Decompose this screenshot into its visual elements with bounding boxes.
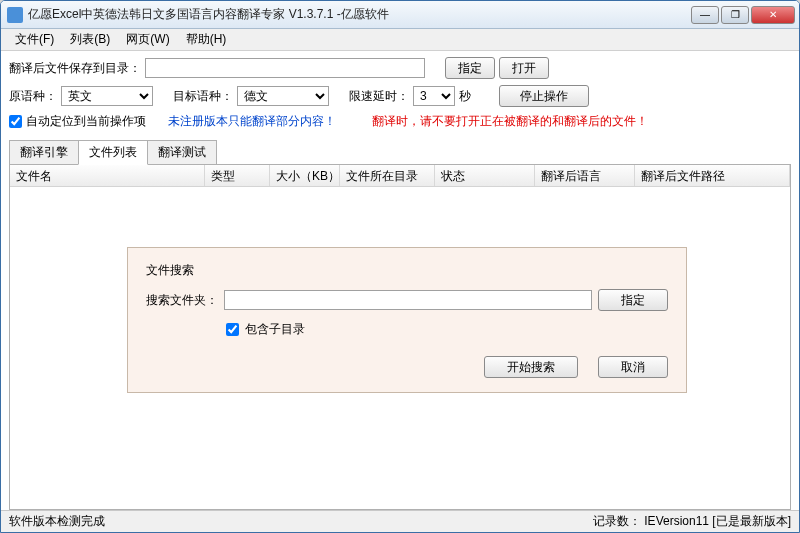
app-window: 亿愿Excel中英德法韩日文多国语言内容翻译专家 V1.3.7.1 -亿愿软件 …: [0, 0, 800, 533]
open-dir-button[interactable]: 打开: [499, 57, 549, 79]
col-type[interactable]: 类型: [205, 165, 270, 186]
warning-notice: 翻译时，请不要打开正在被翻译的和翻译后的文件！: [372, 113, 648, 130]
save-dir-label: 翻译后文件保存到目录：: [9, 60, 141, 77]
menu-web[interactable]: 网页(W): [118, 29, 177, 50]
language-row: 原语种： 英文 目标语种： 德文 限速延时： 3 秒 停止操作: [9, 85, 791, 107]
dialog-title: 文件搜索: [146, 262, 668, 279]
col-name[interactable]: 文件名: [10, 165, 205, 186]
file-search-dialog: 文件搜索 搜索文件夹： 指定 包含子目录 开始搜索 取消: [127, 247, 687, 393]
unregistered-notice: 未注册版本只能翻译部分内容！: [168, 113, 336, 130]
col-status[interactable]: 状态: [435, 165, 535, 186]
auto-locate-label: 自动定位到当前操作项: [26, 113, 146, 130]
tgt-lang-select[interactable]: 德文: [237, 86, 329, 106]
src-lang-label: 原语种：: [9, 88, 57, 105]
delay-label: 限速延时：: [349, 88, 409, 105]
stop-button[interactable]: 停止操作: [499, 85, 589, 107]
menubar: 文件(F) 列表(B) 网页(W) 帮助(H): [1, 29, 799, 51]
close-button[interactable]: ✕: [751, 6, 795, 24]
search-folder-input[interactable]: [224, 290, 592, 310]
table-header: 文件名 类型 大小（KB） 文件所在目录 状态 翻译后语言 翻译后文件路径: [10, 165, 790, 187]
status-left: 软件版本检测完成: [9, 513, 593, 530]
tgt-lang-label: 目标语种：: [173, 88, 233, 105]
app-icon: [7, 7, 23, 23]
col-size[interactable]: 大小（KB）: [270, 165, 340, 186]
maximize-button[interactable]: ❐: [721, 6, 749, 24]
delay-unit: 秒: [459, 88, 471, 105]
tab-filelist[interactable]: 文件列表: [78, 140, 148, 165]
tab-body: 文件名 类型 大小（KB） 文件所在目录 状态 翻译后语言 翻译后文件路径 文件…: [9, 164, 791, 510]
menu-list[interactable]: 列表(B): [62, 29, 118, 50]
status-right: 记录数： IEVersion11 [已是最新版本]: [593, 513, 791, 530]
tab-engine[interactable]: 翻译引擎: [9, 140, 79, 165]
minimize-button[interactable]: —: [691, 6, 719, 24]
start-search-button[interactable]: 开始搜索: [484, 356, 578, 378]
include-sub-label: 包含子目录: [245, 321, 305, 338]
window-title: 亿愿Excel中英德法韩日文多国语言内容翻译专家 V1.3.7.1 -亿愿软件: [28, 6, 691, 23]
menu-help[interactable]: 帮助(H): [178, 29, 235, 50]
search-folder-label: 搜索文件夹：: [146, 292, 218, 309]
titlebar: 亿愿Excel中英德法韩日文多国语言内容翻译专家 V1.3.7.1 -亿愿软件 …: [1, 1, 799, 29]
menu-file[interactable]: 文件(F): [7, 29, 62, 50]
delay-select[interactable]: 3: [413, 86, 455, 106]
col-path[interactable]: 翻译后文件路径: [635, 165, 790, 186]
save-dir-row: 翻译后文件保存到目录： 指定 打开: [9, 57, 791, 79]
content-area: 翻译后文件保存到目录： 指定 打开 原语种： 英文 目标语种： 德文 限速延时：…: [1, 51, 799, 510]
src-lang-select[interactable]: 英文: [61, 86, 153, 106]
table-area[interactable]: 文件搜索 搜索文件夹： 指定 包含子目录 开始搜索 取消: [10, 187, 790, 509]
save-dir-input[interactable]: [145, 58, 425, 78]
specify-dir-button[interactable]: 指定: [445, 57, 495, 79]
window-controls: — ❐ ✕: [691, 6, 795, 24]
options-row: 自动定位到当前操作项 未注册版本只能翻译部分内容！ 翻译时，请不要打开正在被翻译…: [9, 113, 791, 130]
dialog-specify-button[interactable]: 指定: [598, 289, 668, 311]
col-dir[interactable]: 文件所在目录: [340, 165, 435, 186]
search-folder-row: 搜索文件夹： 指定: [146, 289, 668, 311]
tabs: 翻译引擎 文件列表 翻译测试: [9, 140, 791, 165]
cancel-button[interactable]: 取消: [598, 356, 668, 378]
col-lang[interactable]: 翻译后语言: [535, 165, 635, 186]
auto-locate-checkbox[interactable]: [9, 115, 22, 128]
include-sub-checkbox[interactable]: [226, 323, 239, 336]
dialog-buttons: 开始搜索 取消: [146, 356, 668, 378]
tab-test[interactable]: 翻译测试: [147, 140, 217, 165]
statusbar: 软件版本检测完成 记录数： IEVersion11 [已是最新版本]: [1, 510, 799, 532]
include-sub-row: 包含子目录: [146, 321, 668, 338]
